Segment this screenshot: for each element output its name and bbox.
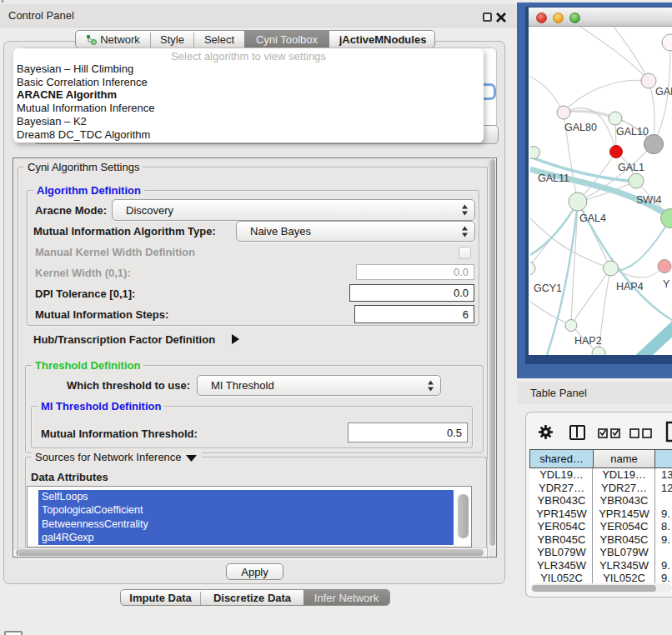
svg-text:GAL: GAL	[655, 86, 672, 98]
svg-text:GAL1: GAL1	[618, 162, 644, 173]
svg-text:GAL10: GAL10	[616, 126, 649, 138]
svg-text:GAL11: GAL11	[538, 172, 569, 184]
svg-text:SWI4: SWI4	[636, 194, 662, 206]
svg-text:GCY1: GCY1	[534, 282, 562, 294]
svg-text:HAP4: HAP4	[616, 281, 644, 292]
svg-text:Y: Y	[663, 278, 670, 290]
svg-text:HAP2: HAP2	[574, 335, 602, 347]
svg-text:GAL80: GAL80	[564, 122, 597, 133]
svg-text:GAL4: GAL4	[579, 212, 606, 224]
